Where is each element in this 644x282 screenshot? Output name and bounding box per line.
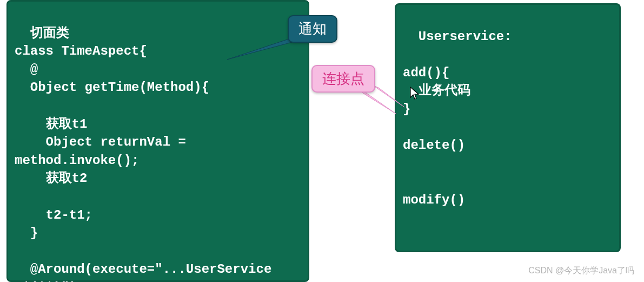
joinpoint-callout-label: 连接点 [322,71,364,87]
advice-callout-label: 通知 [298,21,327,37]
watermark-text: CSDN @今天你学Java了吗 [528,266,634,275]
userservice-panel: Userservice: add(){ 业务代码 } delete() modi… [395,3,621,252]
userservice-code: Userservice: add(){ 业务代码 } delete() modi… [403,29,512,262]
csdn-watermark: CSDN @今天你学Java了吗 [528,265,634,277]
aspect-class-code: 切面类 class TimeAspect{ @ Object getTime(M… [15,26,271,282]
joinpoint-callout: 连接点 [311,65,375,93]
aspect-class-panel: 切面类 class TimeAspect{ @ Object getTime(M… [6,0,309,282]
svg-marker-2 [357,89,396,114]
advice-callout: 通知 [288,15,337,43]
